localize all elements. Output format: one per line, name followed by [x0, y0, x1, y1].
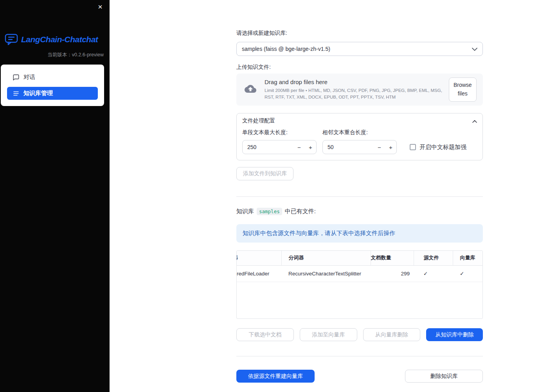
- sidebar-nav: 对话 知识库管理: [1, 65, 104, 106]
- chevron-up-icon: [472, 118, 477, 124]
- delete-kb-button[interactable]: 删除知识库: [405, 370, 483, 383]
- sidebar-item-knowledge-base[interactable]: 知识库管理: [7, 87, 98, 100]
- minus-icon[interactable]: −: [374, 140, 385, 154]
- kb-files-suffix: 中已有文件:: [285, 208, 316, 215]
- overlap-label: 相邻文本重合长度:: [322, 129, 397, 136]
- cell-splitter: RecursiveCharacterTextSplitter: [281, 265, 371, 282]
- add-files-button[interactable]: 添加文件到知识库: [236, 167, 293, 180]
- kb-name-code: samples: [257, 208, 282, 215]
- table-row[interactable]: redFileLoader RecursiveCharacterTextSpli…: [237, 265, 482, 282]
- divider: [236, 196, 483, 197]
- list-icon: [13, 90, 20, 97]
- sidebar: ✕ LangChain-Chatchat 当前版本：v0.2.6-preview…: [0, 0, 110, 392]
- max-length-input: 250 − +: [242, 140, 317, 154]
- dropzone-limits: Limit 200MB per file • HTML, MD, JSON, C…: [265, 87, 443, 100]
- dropzone-text: Drag and drop files here Limit 200MB per…: [265, 79, 443, 100]
- delete-from-vector-store-button[interactable]: 从向量库删除: [363, 328, 421, 341]
- max-length-field: 单段文本最大长度: 250 − +: [242, 129, 317, 154]
- overlap-field: 相邻文本重合长度: 50 − +: [322, 129, 397, 154]
- chevron-down-icon: [472, 45, 477, 52]
- logo-chat-icon: [5, 34, 18, 45]
- add-to-vector-store-button[interactable]: 添加至向量库: [300, 328, 357, 341]
- file-config-expander: 文件处理配置 单段文本最大长度: 250 − + 相邻文本重合长度: 50 − …: [236, 113, 483, 160]
- info-banner: 知识库中包含源文件与向量库，请从下表中选择文件后操作: [236, 224, 483, 243]
- app-logo: LangChain-Chatchat: [0, 34, 110, 45]
- kb-select-value: samples (faiss @ bge-large-zh-v1.5): [242, 46, 330, 52]
- logo-text: LangChain-Chatchat: [21, 35, 98, 44]
- rebuild-vector-store-button[interactable]: 依据源文件重建向量库: [236, 370, 315, 383]
- col-header-splitter[interactable]: 分词器: [281, 251, 371, 265]
- cloud-upload-icon: [243, 83, 258, 96]
- sidebar-item-chat[interactable]: 对话: [7, 71, 98, 84]
- plus-icon[interactable]: +: [305, 140, 316, 154]
- zh-title-checkbox-row: 开启中文标题加强: [410, 140, 466, 154]
- close-sidebar-icon[interactable]: ✕: [95, 2, 105, 12]
- check-icon: ✓: [414, 265, 453, 282]
- browse-files-button[interactable]: Browse files: [449, 77, 477, 101]
- kb-files-prefix: 知识库: [236, 208, 254, 215]
- kb-files-heading: 知识库 samples 中已有文件:: [236, 208, 483, 215]
- col-header-vector-store[interactable]: 向量库: [453, 251, 482, 265]
- max-length-value[interactable]: 250: [243, 144, 293, 150]
- expander-header[interactable]: 文件处理配置: [237, 113, 482, 128]
- delete-from-kb-button[interactable]: 从知识库中删除: [426, 328, 483, 341]
- files-table: 器 分词器 文档数量 源文件 向量库 redFileLoader Recursi…: [236, 250, 483, 319]
- kb-select[interactable]: samples (faiss @ bge-large-zh-v1.5): [236, 42, 483, 56]
- main-content: 请选择或新建知识库: samples (faiss @ bge-large-zh…: [236, 0, 483, 383]
- version-label: 当前版本：v0.2.6-preview: [0, 52, 110, 58]
- kb-select-label: 请选择或新建知识库:: [236, 30, 483, 37]
- expander-body: 单段文本最大长度: 250 − + 相邻文本重合长度: 50 − + 开启中文标…: [237, 128, 482, 160]
- overlap-input: 50 − +: [322, 140, 397, 154]
- file-dropzone[interactable]: Drag and drop files here Limit 200MB per…: [236, 74, 483, 106]
- download-selected-button[interactable]: 下载选中文档: [236, 328, 294, 341]
- overlap-value[interactable]: 50: [323, 144, 374, 150]
- nav-label-chat: 对话: [23, 74, 35, 81]
- max-length-label: 单段文本最大长度:: [242, 129, 317, 136]
- col-header-source-file[interactable]: 源文件: [414, 251, 453, 265]
- divider: [236, 356, 483, 356]
- upload-label: 上传知识文件:: [236, 64, 483, 71]
- expander-title: 文件处理配置: [242, 117, 275, 124]
- nav-label-knowledge-base: 知识库管理: [23, 90, 53, 97]
- col-header-doc-count[interactable]: 文档数量: [371, 251, 414, 265]
- zh-title-checkbox-label: 开启中文标题加强: [419, 144, 466, 151]
- cell-loader: redFileLoader: [237, 265, 281, 282]
- dropzone-title: Drag and drop files here: [265, 79, 443, 85]
- col-header-loader[interactable]: 器: [237, 251, 281, 265]
- plus-icon[interactable]: +: [385, 140, 396, 154]
- check-icon: ✓: [453, 265, 482, 282]
- file-actions: 下载选中文档 添加至向量库 从向量库删除 从知识库中删除: [236, 328, 483, 341]
- cell-doc-count: 299: [371, 265, 414, 282]
- chat-bubble-icon: [13, 74, 20, 81]
- zh-title-checkbox[interactable]: [410, 144, 416, 150]
- minus-icon[interactable]: −: [293, 140, 305, 154]
- kb-bottom-actions: 依据源文件重建向量库 删除知识库: [236, 370, 483, 383]
- table-header-row: 器 分词器 文档数量 源文件 向量库: [237, 251, 482, 265]
